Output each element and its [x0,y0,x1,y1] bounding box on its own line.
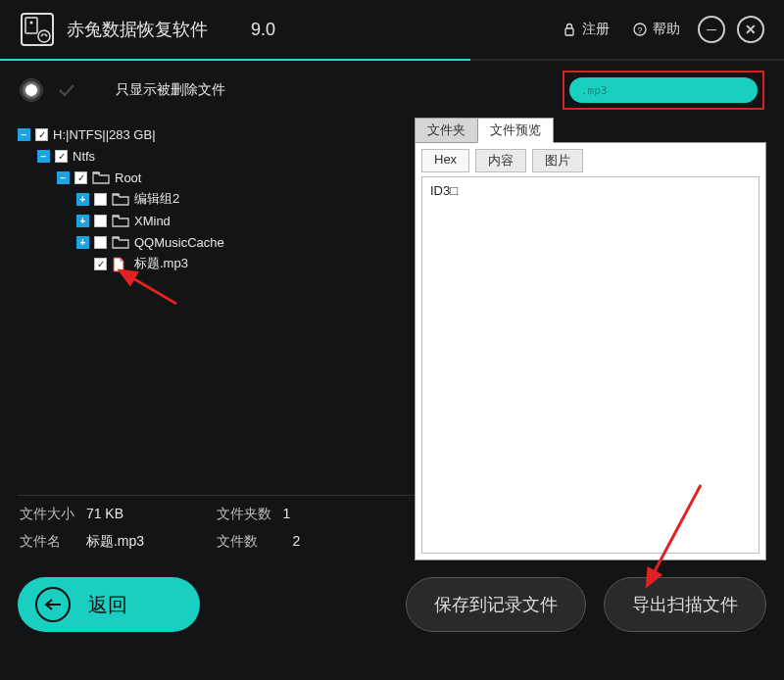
back-button[interactable]: 返回 [18,577,200,632]
preview-tabs: 文件夹 文件预览 [415,120,766,143]
tree-expander-icon[interactable] [18,128,30,141]
svg-point-2 [30,22,33,24]
info-size-label: 文件大小 [20,506,74,523]
register-button[interactable]: 注册 [557,17,615,42]
lock-icon [563,23,576,36]
help-label: 帮助 [653,21,680,38]
tree-label: QQMusicCache [134,235,224,250]
file-icon [112,257,129,270]
tree-expander-icon[interactable] [76,215,89,227]
toggle-radio-icon [20,78,43,102]
search-input[interactable] [581,84,746,97]
toggle-check-icon [47,78,86,102]
back-arrow-icon [35,587,71,622]
tree-label: Root [115,170,141,185]
tree-expander-icon[interactable] [76,193,89,206]
file-tree[interactable]: H:|NTFS||283 GB|NtfsRoot编辑组2XMindQQMusic… [18,120,415,495]
tree-label: 编辑组2 [134,190,179,208]
tab-preview[interactable]: 文件预览 [477,118,554,143]
tab-hex[interactable]: Hex [421,149,469,172]
tab-folder[interactable]: 文件夹 [415,118,478,143]
tree-row[interactable]: 标题.mp3 [18,253,415,274]
tree-checkbox[interactable] [35,128,48,141]
tab-image[interactable]: 图片 [532,149,583,172]
toolbar: 只显示被删除文件 [0,61,784,120]
info-size-value: 71 KB [86,506,123,521]
tree-expander-icon[interactable] [37,150,50,163]
bottom-bar: 返回 保存到记录文件 导出扫描文件 [0,560,784,649]
tree-row[interactable]: Ntfs [18,145,415,167]
tree-expander-icon[interactable] [76,236,89,249]
tree-row[interactable]: QQMusicCache [18,231,415,253]
tree-checkbox[interactable] [94,193,107,206]
folder-icon [112,214,129,227]
help-button[interactable]: ? 帮助 [627,17,686,42]
svg-text:?: ? [637,25,642,35]
info-name-label: 文件名 [20,533,74,551]
back-label: 返回 [88,592,127,618]
tree-row[interactable]: Root [18,167,415,188]
folder-icon [112,235,129,249]
app-title: 赤兔数据恢复软件 [67,18,208,41]
preview-subtabs: Hex 内容 图片 [421,149,760,172]
export-button[interactable]: 导出扫描文件 [604,577,766,632]
tree-checkbox[interactable] [94,215,107,227]
app-version: 9.0 [251,20,275,40]
show-deleted-toggle[interactable] [20,78,86,102]
info-folders-value: 1 [282,506,290,521]
tree-checkbox[interactable] [94,258,107,270]
tree-label: H:|NTFS||283 GB| [53,127,156,142]
search-highlight-box [563,71,764,110]
register-label: 注册 [582,21,610,38]
tree-checkbox[interactable] [74,171,87,184]
tree-row[interactable]: H:|NTFS||283 GB| [18,123,415,145]
svg-point-3 [38,30,50,42]
info-panel: 文件大小 71 KB 文件夹数 1 文件名 标题.mp3 文件数 2 [18,495,415,560]
info-files-value: 2 [292,533,300,549]
info-folders-label: 文件夹数 [217,506,271,523]
folder-icon [92,170,110,184]
preview-box: Hex 内容 图片 ID3□ [415,142,766,560]
show-deleted-label: 只显示被删除文件 [116,81,225,99]
tree-expander-icon[interactable] [57,171,70,184]
tree-checkbox[interactable] [55,150,68,163]
left-pane: H:|NTFS||283 GB|NtfsRoot编辑组2XMindQQMusic… [18,120,415,560]
right-pane: 文件夹 文件预览 Hex 内容 图片 ID3□ [415,120,766,560]
title-bar: 赤兔数据恢复软件 9.0 注册 ? 帮助 ─ ✕ [0,0,784,59]
app-icon [20,12,55,47]
tab-content[interactable]: 内容 [475,149,526,172]
tree-row[interactable]: XMind [18,210,415,231]
tree-checkbox[interactable] [94,236,107,249]
tree-label: Ntfs [73,149,95,164]
minimize-button[interactable]: ─ [698,16,725,43]
svg-rect-4 [565,28,573,35]
info-name-value: 标题.mp3 [86,533,144,549]
tree-row[interactable]: 编辑组2 [18,188,415,210]
save-record-button[interactable]: 保存到记录文件 [406,577,586,632]
tree-label: 标题.mp3 [134,255,188,272]
info-files-label: 文件数 [217,533,271,551]
help-icon: ? [633,23,647,36]
preview-content: ID3□ [421,176,760,554]
tree-label: XMind [134,214,171,228]
svg-rect-1 [25,18,37,33]
folder-icon [112,192,129,206]
close-button[interactable]: ✕ [737,16,764,43]
search-pill[interactable] [569,77,758,103]
